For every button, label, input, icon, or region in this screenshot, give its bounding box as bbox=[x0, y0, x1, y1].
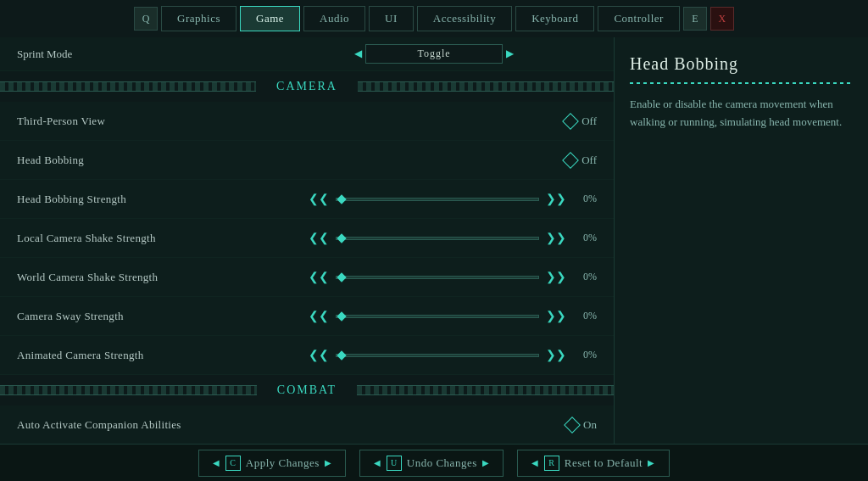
section-label-combat: Combat bbox=[257, 382, 357, 399]
info-title: Head Bobbing bbox=[630, 54, 853, 74]
reset-default-button[interactable]: ◀ R Reset to Default ▶ bbox=[517, 450, 669, 477]
slider-world-camera-shake: ❮❮ ❯❯ 0% bbox=[309, 270, 597, 284]
top-nav: Q GraphicsGameAudioUIAccessibilityKeyboa… bbox=[0, 0, 868, 37]
setting-row-third-person-view: Third-Person View Off bbox=[0, 102, 614, 141]
apply-key: C bbox=[225, 456, 241, 471]
toggle-head-bobbing[interactable]: Off bbox=[565, 154, 597, 167]
slider-right-arrow-animated-camera[interactable]: ❯❯ bbox=[546, 348, 566, 362]
section-divider-combat: Combat bbox=[0, 375, 614, 405]
slider-thumb-animated-camera bbox=[337, 350, 346, 360]
toggle-third-person-view[interactable]: Off bbox=[565, 115, 597, 128]
control-third-person-view: Off bbox=[271, 115, 597, 128]
nav-corner-x[interactable]: X bbox=[710, 7, 734, 31]
slider-value-local-camera-shake: 0% bbox=[573, 232, 597, 244]
label-camera-sway: Camera Sway Strength bbox=[17, 310, 271, 323]
slider-track-local-camera-shake[interactable] bbox=[336, 237, 539, 240]
apply-changes-button[interactable]: ◀ C Apply Changes ▶ bbox=[198, 450, 346, 477]
sections-container: Camera Third-Person View Off Head Bobbin… bbox=[0, 71, 614, 444]
slider-thumb-head-bobbing-strength bbox=[337, 194, 346, 204]
nav-tab-controller[interactable]: Controller bbox=[598, 6, 679, 31]
section-divider-camera: Camera bbox=[0, 71, 614, 102]
setting-row-camera-sway: Camera Sway Strength ❮❮ ❯❯ 0% bbox=[0, 297, 614, 336]
slider-left-arrow-head-bobbing-strength[interactable]: ❮❮ bbox=[309, 192, 329, 206]
slider-right-arrow-head-bobbing-strength[interactable]: ❯❯ bbox=[546, 192, 566, 206]
nav-corner-q[interactable]: Q bbox=[134, 7, 158, 31]
info-text: Enable or disable the camera movement wh… bbox=[630, 96, 853, 131]
divider-line-left-camera bbox=[0, 81, 256, 92]
right-panel: Head Bobbing Enable or disable the camer… bbox=[614, 37, 868, 444]
control-animated-camera: ❮❮ ❯❯ 0% bbox=[271, 348, 597, 362]
control-head-bobbing-strength: ❮❮ ❯❯ 0% bbox=[271, 192, 597, 206]
setting-row-animated-camera: Animated Camera Strength ❮❮ ❯❯ 0% bbox=[0, 336, 614, 375]
divider-line-left-combat bbox=[0, 385, 257, 395]
slider-track-world-camera-shake[interactable] bbox=[336, 276, 539, 279]
slider-track-animated-camera[interactable] bbox=[336, 354, 539, 357]
slider-value-camera-sway: 0% bbox=[573, 310, 597, 322]
slider-left-arrow-animated-camera[interactable]: ❮❮ bbox=[309, 348, 329, 362]
slider-left-arrow-local-camera-shake[interactable]: ❮❮ bbox=[309, 231, 329, 245]
slider-right-arrow-world-camera-shake[interactable]: ❯❯ bbox=[546, 270, 566, 284]
sprint-mode-value: Toggle bbox=[365, 44, 502, 64]
label-head-bobbing-strength: Head Bobbing Strength bbox=[17, 193, 271, 206]
section-label-camera: Camera bbox=[256, 78, 358, 95]
main-layout: Sprint Mode ◀ Toggle ▶ Camera Third-Pers… bbox=[0, 37, 868, 444]
undo-changes-button[interactable]: ◀ U Undo Changes ▶ bbox=[359, 450, 504, 477]
bottom-bar: ◀ C Apply Changes ▶ ◀ U Undo Changes ▶ ◀… bbox=[0, 444, 868, 481]
sprint-mode-control: ◀ Toggle ▶ bbox=[271, 44, 597, 64]
label-local-camera-shake: Local Camera Shake Strength bbox=[17, 232, 271, 245]
reset-left-bracket: ◀ bbox=[531, 458, 539, 467]
setting-row-world-camera-shake: World Camera Shake Strength ❮❮ ❯❯ 0% bbox=[0, 258, 614, 297]
diamond-icon-head-bobbing bbox=[562, 152, 579, 169]
apply-label: Apply Changes bbox=[246, 456, 320, 470]
slider-thumb-local-camera-shake bbox=[337, 233, 346, 243]
slider-left-arrow-camera-sway[interactable]: ❮❮ bbox=[309, 309, 329, 323]
setting-row-auto-activate: Auto Activate Companion Abilities On bbox=[0, 405, 614, 444]
sprint-next-arrow[interactable]: ▶ bbox=[506, 48, 514, 60]
label-third-person-view: Third-Person View bbox=[17, 115, 271, 128]
toggle-auto-activate[interactable]: On bbox=[566, 418, 597, 432]
setting-row-head-bobbing-strength: Head Bobbing Strength ❮❮ ❯❯ 0% bbox=[0, 180, 614, 219]
nav-tabs: GraphicsGameAudioUIAccessibilityKeyboard… bbox=[161, 6, 680, 31]
undo-left-bracket: ◀ bbox=[374, 458, 381, 467]
toggle-value-head-bobbing: Off bbox=[581, 154, 597, 167]
slider-value-world-camera-shake: 0% bbox=[573, 271, 597, 283]
slider-camera-sway: ❮❮ ❯❯ 0% bbox=[309, 309, 597, 323]
setting-row-local-camera-shake: Local Camera Shake Strength ❮❮ ❯❯ 0% bbox=[0, 219, 614, 258]
slider-track-head-bobbing-strength[interactable] bbox=[336, 198, 539, 201]
toggle-value-auto-activate: On bbox=[583, 418, 597, 432]
slider-track-camera-sway[interactable] bbox=[336, 315, 539, 318]
nav-tab-graphics[interactable]: Graphics bbox=[161, 6, 236, 31]
slider-right-arrow-camera-sway[interactable]: ❯❯ bbox=[546, 309, 566, 323]
nav-corner-e[interactable]: E bbox=[683, 7, 707, 31]
apply-left-bracket: ◀ bbox=[213, 458, 220, 467]
slider-thumb-camera-sway bbox=[337, 311, 346, 321]
label-world-camera-shake: World Camera Shake Strength bbox=[17, 271, 271, 284]
nav-tab-ui[interactable]: UI bbox=[369, 6, 414, 31]
reset-right-bracket: ▶ bbox=[648, 458, 655, 467]
diamond-icon-third-person-view bbox=[562, 113, 579, 130]
slider-thumb-world-camera-shake bbox=[337, 272, 346, 282]
divider-line-right-combat bbox=[357, 385, 614, 395]
sprint-mode-row: Sprint Mode ◀ Toggle ▶ bbox=[0, 37, 614, 71]
left-panel: Sprint Mode ◀ Toggle ▶ Camera Third-Pers… bbox=[0, 37, 614, 444]
diamond-icon-auto-activate bbox=[564, 417, 581, 433]
nav-tab-keyboard[interactable]: Keyboard bbox=[515, 6, 594, 31]
control-world-camera-shake: ❮❮ ❯❯ 0% bbox=[271, 270, 597, 284]
control-camera-sway: ❮❮ ❯❯ 0% bbox=[271, 309, 597, 323]
sprint-mode-label: Sprint Mode bbox=[17, 48, 271, 61]
nav-tab-game[interactable]: Game bbox=[240, 6, 300, 31]
nav-tab-audio[interactable]: Audio bbox=[303, 6, 365, 31]
control-head-bobbing: Off bbox=[271, 154, 597, 167]
slider-right-arrow-local-camera-shake[interactable]: ❯❯ bbox=[546, 231, 566, 245]
slider-value-animated-camera: 0% bbox=[573, 349, 597, 361]
undo-right-bracket: ▶ bbox=[482, 458, 490, 467]
label-head-bobbing: Head Bobbing bbox=[17, 154, 271, 167]
control-local-camera-shake: ❮❮ ❯❯ 0% bbox=[271, 231, 597, 245]
slider-left-arrow-world-camera-shake[interactable]: ❮❮ bbox=[309, 270, 329, 284]
nav-tab-accessibility[interactable]: Accessibility bbox=[417, 6, 512, 31]
reset-label: Reset to Default bbox=[565, 456, 643, 470]
slider-head-bobbing-strength: ❮❮ ❯❯ 0% bbox=[309, 192, 597, 206]
undo-label: Undo Changes bbox=[407, 456, 477, 470]
toggle-value-third-person-view: Off bbox=[581, 115, 597, 128]
sprint-prev-arrow[interactable]: ◀ bbox=[354, 48, 362, 60]
